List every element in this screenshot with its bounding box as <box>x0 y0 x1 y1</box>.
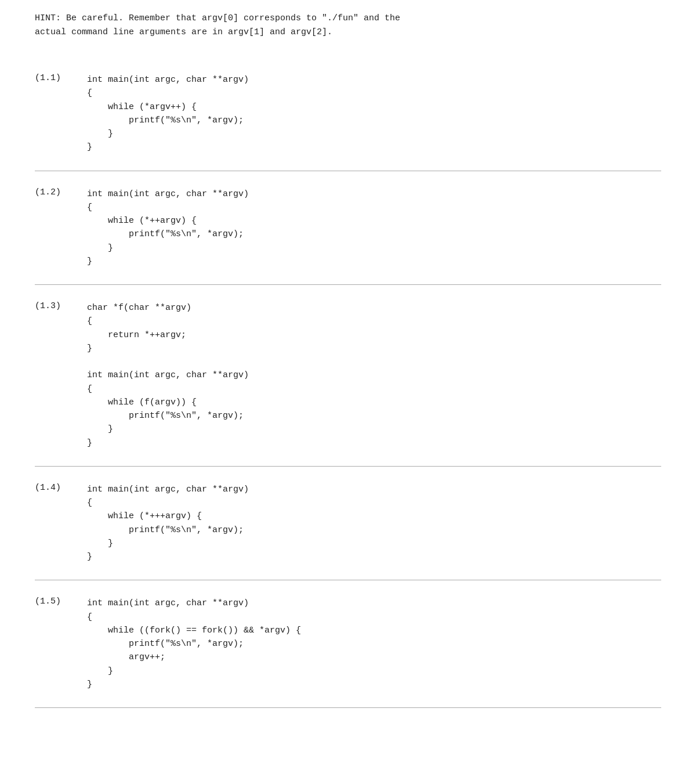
section-label-3: (1.3) <box>35 301 87 450</box>
hint-line2: actual command line arguments are in arg… <box>35 27 332 37</box>
code-block-5: int main(int argc, char **argv) { while … <box>87 597 301 691</box>
hint-block: HINT: Be careful. Remember that argv[0] … <box>35 12 661 39</box>
section-label-5: (1.5) <box>35 597 87 691</box>
hint-line1: HINT: Be careful. Remember that argv[0] … <box>35 13 400 23</box>
code-section-3: (1.3)char *f(char **argv) { return *++ar… <box>35 285 661 466</box>
code-block-4: int main(int argc, char **argv) { while … <box>87 483 249 564</box>
code-section-1: (1.1)int main(int argc, char **argv) { w… <box>35 57 661 171</box>
section-label-1: (1.1) <box>35 73 87 154</box>
code-block-3: char *f(char **argv) { return *++argv; }… <box>87 301 249 450</box>
code-section-5: (1.5)int main(int argc, char **argv) { w… <box>35 580 661 707</box>
code-section-2: (1.2)int main(int argc, char **argv) { w… <box>35 171 661 285</box>
section-label-4: (1.4) <box>35 483 87 564</box>
code-section-4: (1.4)int main(int argc, char **argv) { w… <box>35 467 661 580</box>
code-block-1: int main(int argc, char **argv) { while … <box>87 73 249 154</box>
divider-5 <box>35 707 661 708</box>
section-label-2: (1.2) <box>35 187 87 269</box>
code-block-2: int main(int argc, char **argv) { while … <box>87 187 249 269</box>
